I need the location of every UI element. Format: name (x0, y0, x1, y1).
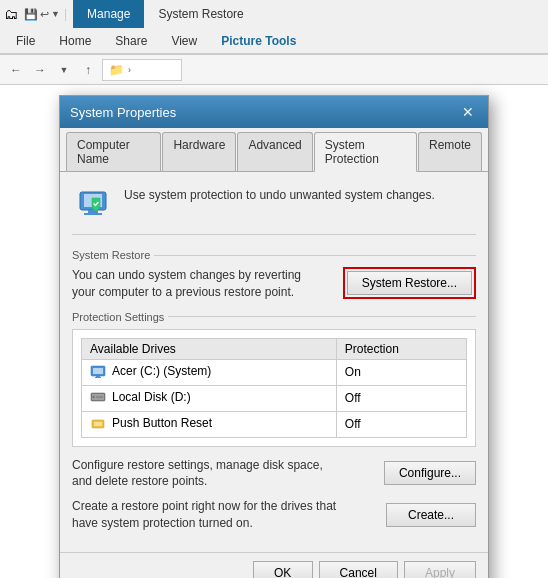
ok-label: OK (274, 566, 291, 578)
svg-rect-6 (96, 376, 100, 377)
tab-system-protection[interactable]: System Protection (314, 132, 417, 172)
restore-area: You can undo system changes by reverting… (72, 267, 476, 301)
drive-name-cell: Acer (C:) (System) (82, 359, 337, 385)
dialog-tabs: Computer Name Hardware Advanced System P… (60, 128, 488, 172)
separator: | (64, 7, 67, 21)
dialog-overlay: System Properties ✕ Computer Name Hardwa… (0, 85, 548, 578)
configure-description: Configure restore settings, manage disk … (72, 457, 374, 491)
tab-view[interactable]: View (159, 30, 209, 52)
forward-button[interactable]: → (30, 60, 50, 80)
tab-file[interactable]: File (4, 30, 47, 52)
back-button[interactable]: ← (6, 60, 26, 80)
section-line-2 (168, 316, 476, 317)
protection-settings-section: Protection Settings Available Drives (72, 311, 476, 447)
apply-button[interactable]: Apply (404, 561, 476, 578)
dialog-titlebar: System Properties ✕ (60, 96, 488, 128)
protection-settings-label: Protection Settings (72, 311, 164, 323)
create-row: Create a restore point right now for the… (72, 498, 476, 532)
recent-locations-button[interactable]: ▼ (54, 60, 74, 80)
tab-system-restore[interactable]: System Restore (144, 0, 257, 28)
system-restore-btn-highlight: System Restore... (343, 267, 476, 299)
ok-button[interactable]: OK (253, 561, 313, 578)
table-row[interactable]: Local Disk (D:) Off (82, 385, 467, 411)
window-icon: 🗂 (4, 6, 18, 22)
tab-computer-name[interactable]: Computer Name (66, 132, 161, 171)
create-button[interactable]: Create... (386, 503, 476, 527)
system-restore-tab-label: System Restore (158, 7, 243, 21)
dialog-title: System Properties (70, 105, 176, 120)
system-restore-btn-label: System Restore... (362, 276, 457, 290)
dialog-footer: OK Cancel Apply (60, 552, 488, 578)
tab-file-label: File (16, 34, 35, 48)
quick-access-toolbar: 🗂 💾 ↩ ▼ | (0, 6, 73, 22)
header-description: Use system protection to undo unwanted s… (124, 184, 435, 202)
system-restore-label: System Restore (72, 249, 150, 261)
svg-rect-7 (95, 377, 101, 378)
drive-name-cell: Push Button Reset (82, 411, 337, 437)
undo-icon[interactable]: ↩ (40, 8, 49, 21)
configure-button[interactable]: Configure... (384, 461, 476, 485)
address-chevron: › (128, 65, 131, 75)
tab-picture-tools[interactable]: Picture Tools (209, 30, 308, 52)
tab-advanced[interactable]: Advanced (237, 132, 312, 171)
tab-share-label: Share (115, 34, 147, 48)
section-restore-header: System Restore (72, 249, 476, 261)
close-icon: ✕ (462, 104, 474, 120)
drive-protection-push: Off (336, 411, 466, 437)
drive-protection-local: Off (336, 385, 466, 411)
configure-row: Configure restore settings, manage disk … (72, 457, 476, 491)
hardware-tab-label: Hardware (173, 138, 225, 152)
drive-name-cell: Local Disk (D:) (82, 385, 337, 411)
section-line (154, 255, 476, 256)
quick-save-icon[interactable]: 💾 (24, 8, 38, 21)
explorer-window: System Properties ✕ Computer Name Hardwa… (0, 85, 548, 578)
folder-icon: 📁 (109, 63, 124, 77)
manage-tab-label: Manage (87, 7, 130, 21)
svg-point-10 (93, 396, 95, 398)
table-row[interactable]: Acer (C:) (System) On (82, 359, 467, 385)
address-box[interactable]: 📁 › (102, 59, 182, 81)
tab-manage[interactable]: Manage (73, 0, 144, 28)
col-header-drives: Available Drives (82, 338, 337, 359)
col-header-protection: Protection (336, 338, 466, 359)
tab-remote[interactable]: Remote (418, 132, 482, 171)
drive-icon-local: Local Disk (D:) (90, 389, 191, 405)
svg-rect-3 (84, 213, 102, 215)
section-protection-header: Protection Settings (72, 311, 476, 323)
drive-icon-push: Push Button Reset (90, 415, 212, 431)
apply-label: Apply (425, 566, 455, 578)
tab-share[interactable]: Share (103, 30, 159, 52)
tab-home-label: Home (59, 34, 91, 48)
restore-description: You can undo system changes by reverting… (72, 267, 333, 301)
address-bar: ← → ▼ ↑ 📁 › (0, 55, 548, 85)
cancel-button[interactable]: Cancel (319, 561, 398, 578)
remote-tab-label: Remote (429, 138, 471, 152)
dialog-content: Use system protection to undo unwanted s… (60, 172, 488, 552)
table-row[interactable]: Push Button Reset Off (82, 411, 467, 437)
dialog-close-button[interactable]: ✕ (458, 102, 478, 122)
dropdown-icon[interactable]: ▼ (51, 9, 60, 19)
tab-hardware[interactable]: Hardware (162, 132, 236, 171)
drive-protection-acer: On (336, 359, 466, 385)
drives-table-container: Available Drives Protection (72, 329, 476, 447)
tab-home[interactable]: Home (47, 30, 103, 52)
shield-icon (72, 184, 112, 224)
configure-btn-label: Configure... (399, 466, 461, 480)
drive-icon-acer: Acer (C:) (System) (90, 363, 211, 379)
svg-rect-11 (96, 396, 103, 397)
up-button[interactable]: ↑ (78, 60, 98, 80)
advanced-tab-label: Advanced (248, 138, 301, 152)
cancel-label: Cancel (340, 566, 377, 578)
computer-name-tab-label: Computer Name (77, 138, 130, 166)
svg-rect-5 (93, 368, 103, 374)
ribbon-tabs: File Home Share View Picture Tools (0, 28, 548, 54)
system-protection-tab-label: System Protection (325, 138, 379, 166)
svg-rect-13 (94, 422, 102, 426)
create-btn-label: Create... (408, 508, 454, 522)
system-restore-button[interactable]: System Restore... (347, 271, 472, 295)
tab-view-label: View (171, 34, 197, 48)
system-restore-section: System Restore You can undo system chang… (72, 249, 476, 301)
protection-table: Available Drives Protection (81, 338, 467, 438)
system-properties-dialog: System Properties ✕ Computer Name Hardwa… (59, 95, 489, 578)
picture-tools-label: Picture Tools (221, 34, 296, 48)
